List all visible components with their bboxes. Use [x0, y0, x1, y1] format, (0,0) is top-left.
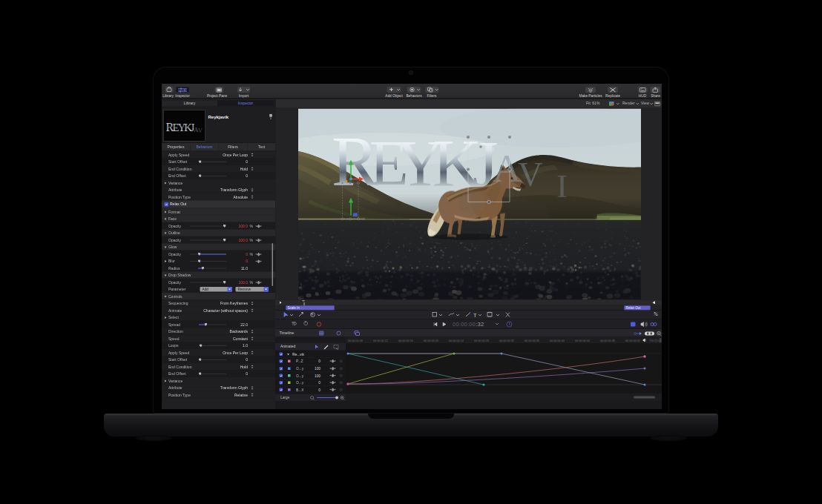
svg-text:T: T: [473, 312, 477, 319]
svg-text:I: I: [556, 168, 568, 205]
svg-text:V: V: [198, 127, 203, 134]
svg-text:V: V: [518, 156, 543, 193]
